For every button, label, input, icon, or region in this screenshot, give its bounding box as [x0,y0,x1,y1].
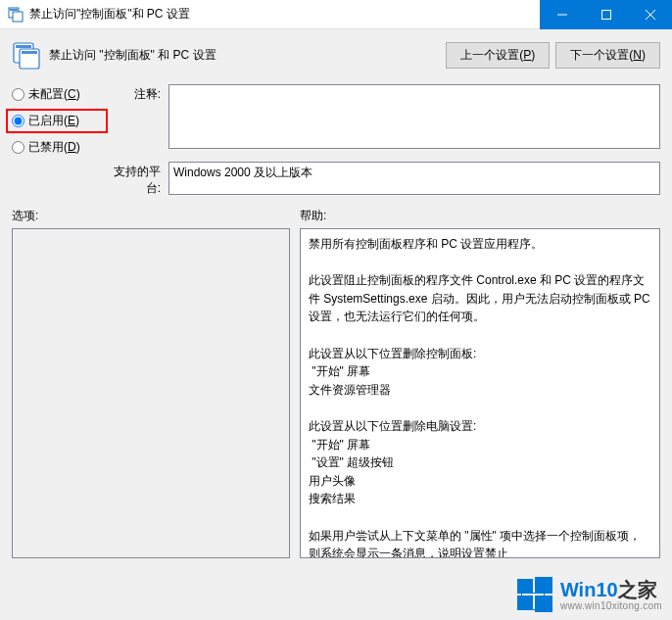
focus-indicator [521,593,545,610]
policy-icon [12,39,43,71]
svg-rect-2 [10,9,18,11]
watermark-brand: Win10之家 [560,579,662,600]
comment-textarea[interactable] [168,84,660,149]
radio-disabled[interactable]: 已禁用(D) [12,139,102,156]
radio-not-configured[interactable]: 未配置(C) [12,86,102,103]
options-label: 选项: [12,208,290,224]
window-controls [540,0,672,29]
radio-not-configured-input[interactable] [12,88,24,101]
minimize-button[interactable] [540,0,584,29]
maximize-button[interactable] [584,0,628,29]
policy-title: 禁止访问 "控制面板" 和 PC 设置 [49,47,446,64]
state-radio-group: 未配置(C) 已启用(E) 已禁用(D) [12,86,102,156]
radio-enabled-input[interactable] [12,115,24,127]
app-icon [8,7,24,23]
svg-rect-10 [22,51,37,54]
window-titlebar: 禁止访问"控制面板"和 PC 设置 [0,0,672,29]
policy-header: 禁止访问 "控制面板" 和 PC 设置 上一个设置(P) 下一个设置(N) [12,39,660,71]
svg-rect-9 [16,45,31,48]
svg-rect-1 [13,12,23,22]
platform-label: 支持的平台: [102,162,168,197]
svg-rect-4 [601,10,610,19]
prev-setting-button[interactable]: 上一个设置(P) [446,42,550,69]
radio-disabled-input[interactable] [12,141,24,154]
help-label: 帮助: [300,208,660,224]
next-setting-button[interactable]: 下一个设置(N) [555,42,660,69]
svg-rect-11 [517,579,533,594]
options-panel [12,228,290,558]
help-text[interactable]: 禁用所有控制面板程序和 PC 设置应用程序。 此设置阻止控制面板的程序文件 Co… [300,228,660,558]
radio-enabled[interactable]: 已启用(E) [12,113,102,129]
dialog-content: 禁止访问 "控制面板" 和 PC 设置 上一个设置(P) 下一个设置(N) 未配… [0,29,672,620]
window-title: 禁止访问"控制面板"和 PC 设置 [29,6,540,23]
comment-label: 注释: [102,84,168,103]
svg-rect-12 [535,577,552,594]
watermark-url: www.win10xitong.com [560,600,662,611]
close-button[interactable] [628,0,672,29]
platform-textarea: Windows 2000 及以上版本 [168,162,660,195]
